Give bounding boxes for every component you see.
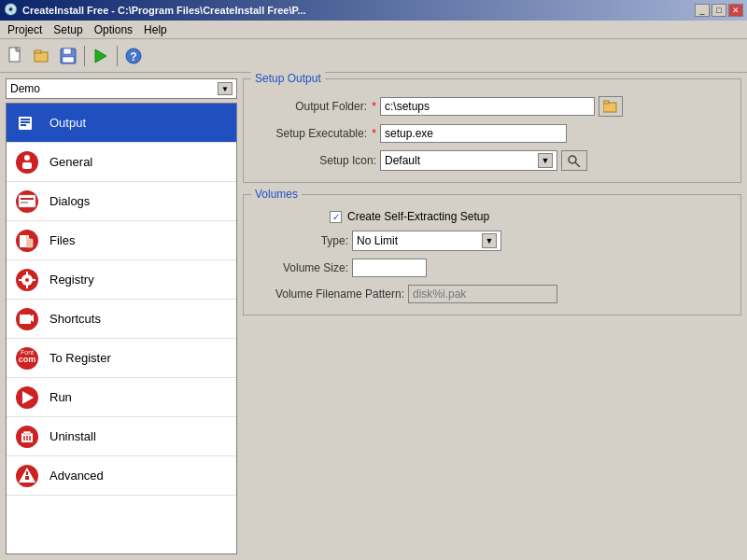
nav-label-registry: Registry	[49, 273, 94, 287]
svg-text:com: com	[19, 355, 36, 364]
volumes-section: Volumes ✓ Create Self-Extracting Setup T…	[243, 194, 741, 315]
nav-item-to-register[interactable]: com Font To Register	[7, 339, 236, 378]
left-panel: Demo ▼ Output	[6, 78, 237, 554]
project-dropdown[interactable]: Demo ▼	[6, 78, 237, 99]
magnifier-icon	[567, 154, 582, 167]
nav-item-run[interactable]: Run	[7, 378, 236, 417]
required-star-2: *	[369, 127, 376, 140]
setup-output-section: Setup Output Output Folder: * Setup Exec…	[243, 78, 741, 183]
help-button[interactable]: ?	[121, 44, 146, 68]
setup-icon-row: Setup Icon: Default ▼	[255, 150, 729, 171]
nav-label-output: Output	[49, 116, 86, 130]
toolbar: ?	[0, 39, 747, 73]
menu-project[interactable]: Project	[2, 21, 48, 38]
svg-rect-43	[23, 431, 31, 434]
right-panel: Setup Output Output Folder: * Setup Exec…	[243, 78, 741, 554]
nav-item-advanced[interactable]: Advanced	[7, 456, 236, 496]
run-icon	[14, 385, 40, 411]
required-star-1: *	[369, 100, 376, 113]
minimize-button[interactable]: _	[695, 4, 710, 17]
folder-icon	[603, 100, 618, 113]
nav-label-files: Files	[49, 233, 75, 247]
to-register-icon: com Font	[14, 345, 40, 371]
registry-icon	[14, 267, 40, 293]
type-label: Type:	[255, 234, 348, 247]
nav-label-to-register: To Register	[49, 351, 111, 365]
svg-rect-21	[21, 202, 28, 203]
menu-help[interactable]: Help	[138, 21, 173, 38]
new-icon	[7, 47, 25, 65]
nav-item-registry[interactable]: Registry	[7, 260, 236, 300]
general-icon	[14, 149, 40, 175]
create-self-extracting-checkbox[interactable]: ✓	[330, 211, 342, 223]
new-button[interactable]	[4, 44, 28, 68]
setup-icon-browse-button[interactable]	[561, 150, 587, 171]
svg-rect-50	[26, 471, 28, 475]
volume-filename-input[interactable]	[408, 285, 557, 303]
help-icon: ?	[124, 47, 143, 65]
maximize-button[interactable]: □	[712, 4, 726, 17]
window-title: CreateInstall Free - C:\Program Files\Cr…	[22, 5, 306, 16]
nav-item-output[interactable]: Output	[7, 104, 236, 143]
svg-text:Font: Font	[21, 349, 34, 356]
nav-label-run: Run	[49, 390, 72, 404]
volume-filename-row: Volume Filename Pattern:	[255, 285, 729, 303]
output-folder-browse-button[interactable]	[599, 96, 623, 117]
nav-item-dialogs[interactable]: Dialogs	[7, 182, 236, 221]
svg-rect-49	[25, 476, 29, 480]
setup-icon-dropdown[interactable]: Default ▼	[380, 150, 557, 171]
svg-line-54	[575, 162, 580, 167]
type-row: Type: No Limit ▼	[255, 231, 729, 251]
svg-rect-52	[603, 101, 609, 104]
svg-rect-17	[22, 162, 32, 169]
type-dropdown[interactable]: No Limit ▼	[352, 231, 501, 251]
open-icon	[33, 47, 51, 65]
save-button[interactable]	[56, 44, 80, 68]
nav-label-dialogs: Dialogs	[49, 194, 90, 208]
title-bar: 💿 CreateInstall Free - C:\Program Files\…	[0, 0, 747, 21]
svg-rect-6	[63, 57, 74, 63]
menu-options[interactable]: Options	[89, 21, 138, 38]
open-button[interactable]	[30, 44, 54, 68]
nav-item-uninstall[interactable]: Uninstall	[7, 417, 236, 456]
output-folder-input[interactable]	[380, 97, 595, 116]
setup-executable-input[interactable]	[380, 124, 567, 143]
build-icon	[92, 47, 110, 65]
svg-rect-20	[21, 198, 34, 200]
type-value: No Limit	[357, 234, 398, 247]
svg-rect-19	[19, 195, 35, 207]
close-button[interactable]: ✕	[728, 4, 743, 17]
nav-label-uninstall: Uninstall	[49, 429, 96, 443]
volume-size-input[interactable]	[352, 259, 427, 277]
volume-filename-label: Volume Filename Pattern:	[255, 287, 404, 301]
setup-executable-row: Setup Executable: *	[255, 124, 729, 143]
setup-icon-value: Default	[385, 154, 420, 167]
menu-bar: Project Setup Options Help	[0, 21, 747, 39]
menu-setup[interactable]: Setup	[48, 21, 88, 38]
svg-rect-13	[21, 121, 30, 123]
nav-label-advanced: Advanced	[49, 469, 104, 483]
main-content: Demo ▼ Output	[0, 73, 747, 560]
project-dropdown-arrow: ▼	[218, 82, 233, 95]
nav-item-general[interactable]: General	[7, 143, 236, 182]
shortcuts-icon	[14, 306, 40, 332]
setup-output-title: Setup Output	[251, 72, 325, 85]
volume-size-row: Volume Size:	[255, 259, 729, 277]
app-icon: 💿	[4, 3, 19, 18]
toolbar-separator-2	[117, 46, 118, 66]
svg-text:?: ?	[130, 50, 136, 63]
setup-executable-label: Setup Executable: *	[255, 127, 376, 140]
volumes-title: Volumes	[251, 188, 302, 201]
build-button[interactable]	[89, 44, 113, 68]
nav-label-shortcuts: Shortcuts	[49, 312, 101, 326]
create-self-extracting-row: ✓ Create Self-Extracting Setup	[255, 210, 729, 223]
nav-item-files[interactable]: Files	[7, 221, 236, 260]
svg-rect-12	[21, 119, 30, 120]
svg-marker-7	[95, 49, 106, 63]
setup-icon-arrow: ▼	[538, 153, 553, 168]
output-icon	[14, 110, 40, 136]
save-icon	[59, 47, 78, 65]
svg-rect-25	[26, 239, 33, 247]
nav-item-shortcuts[interactable]: Shortcuts	[7, 300, 236, 339]
nav-label-general: General	[49, 155, 92, 169]
